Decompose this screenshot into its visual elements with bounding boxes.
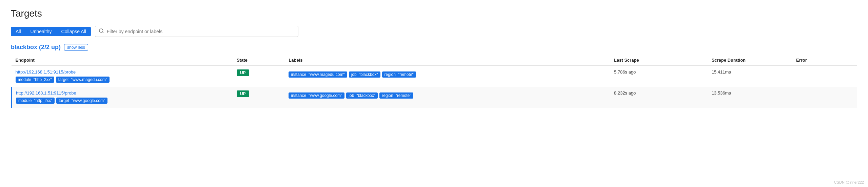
targets-table: Endpoint State Labels Last Scrape Scrape… [11, 55, 857, 108]
label-tag: job="blackbox" [349, 71, 380, 78]
search-wrapper [95, 26, 298, 37]
endpoint-tag: module="http_2xx" [16, 98, 55, 104]
error-value [792, 87, 857, 108]
last-scrape-value: 8.232s ago [610, 87, 708, 108]
filter-btn-group: All Unhealthy Collapse All [11, 27, 91, 36]
endpoint-tag: target="www.google.com" [56, 98, 107, 104]
endpoint-link[interactable]: http://192.168.1.51:9115/probe [16, 90, 229, 96]
label-tag: region="remote" [382, 71, 416, 78]
all-button[interactable]: All [11, 27, 26, 36]
label-tag: instance="www.google.com" [289, 92, 344, 99]
table-row: http://192.168.1.51:9115/probemodule="ht… [12, 66, 857, 87]
page-title: Targets [11, 8, 857, 19]
col-header-endpoint: Endpoint [12, 55, 233, 66]
scrape-duration-value: 13.536ms [708, 87, 792, 108]
state-badge: UP [237, 90, 249, 97]
state-badge: UP [237, 69, 249, 76]
label-tag: region="remote" [379, 92, 413, 99]
search-icon [99, 28, 104, 35]
svg-point-0 [99, 29, 103, 33]
table-header-row: Endpoint State Labels Last Scrape Scrape… [12, 55, 857, 66]
label-tag: instance="www.magedu.com" [289, 71, 347, 78]
last-scrape-value: 5.786s ago [610, 66, 708, 87]
svg-line-1 [102, 32, 103, 33]
col-header-error: Error [792, 55, 857, 66]
section-title: blackbox (2/2 up) [11, 44, 61, 51]
scrape-duration-value: 15.411ms [708, 66, 792, 87]
table-row: http://192.168.1.51:9115/probemodule="ht… [12, 87, 857, 108]
endpoint-tag: module="http_2xx" [16, 77, 54, 83]
watermark: CSDN @inner222 [834, 180, 864, 184]
col-header-state: State [233, 55, 285, 66]
col-header-labels: Labels [284, 55, 610, 66]
endpoint-link[interactable]: http://192.168.1.51:9115/probe [16, 69, 229, 75]
section-header: blackbox (2/2 up) show less [11, 44, 857, 51]
unhealthy-button[interactable]: Unhealthy [26, 27, 57, 36]
toolbar: All Unhealthy Collapse All [11, 26, 857, 37]
col-header-last-scrape: Last Scrape [610, 55, 708, 66]
show-less-button[interactable]: show less [64, 44, 88, 51]
endpoint-tag: target="www.magedu.com" [56, 77, 110, 83]
error-value [792, 66, 857, 87]
label-tag: job="blackbox" [346, 92, 378, 99]
collapse-all-button[interactable]: Collapse All [57, 27, 91, 36]
col-header-scrape-duration: Scrape Duration [708, 55, 792, 66]
search-input[interactable] [107, 29, 295, 34]
